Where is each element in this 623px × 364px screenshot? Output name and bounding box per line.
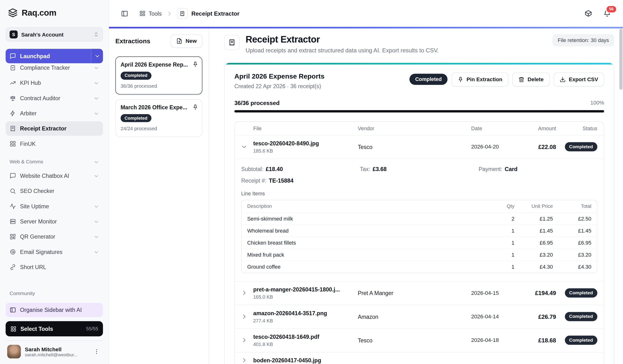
select-tools-button[interactable]: Select Tools 55/55	[5, 321, 103, 336]
pin-extraction-label: Pin Extraction	[467, 76, 502, 82]
package-button[interactable]	[583, 8, 594, 19]
user-menu-button[interactable]	[92, 347, 101, 356]
extraction-item-processed: 24/24 processed	[121, 126, 197, 131]
payment-value: Card	[505, 166, 517, 172]
extraction-item-processed: 36/36 processed	[121, 83, 197, 89]
body-area: Extractions New April 2026 Expense Rep..…	[109, 28, 623, 364]
sidebar-toggle-button[interactable]	[119, 8, 130, 19]
sidebar-item-label: Arbiter	[20, 110, 37, 117]
date-cell: 2026-04-15	[471, 290, 523, 296]
sidebar-item-site-uptime[interactable]: Site Uptime	[5, 199, 103, 213]
extraction-list-item[interactable]: March 2026 Office Expe... Completed 24/2…	[115, 99, 202, 137]
line-item-row: Chicken breast fillets 1 £6.95 £6.95	[242, 236, 597, 248]
pin-icon[interactable]	[192, 104, 198, 110]
amount-cell: £22.08	[523, 144, 556, 150]
item-description: Wholemeal bread	[247, 228, 492, 234]
sidebar-item-short-url[interactable]: Short URL	[5, 260, 103, 274]
breadcrumb-tools[interactable]: Tools	[139, 10, 162, 17]
content-area: Tools Receipt Extractor 56	[109, 0, 623, 364]
item-unit-price: £1.25	[514, 216, 553, 222]
col-description: Description	[247, 204, 492, 209]
amount-cell: £194.49	[523, 290, 556, 296]
table-row[interactable]: amazon-20260414-3517.png 277.4 KB Amazon…	[235, 305, 604, 328]
scrollbar-thumb[interactable]	[619, 29, 623, 90]
status-cell: Completed	[556, 142, 598, 151]
extraction-list-item[interactable]: April 2026 Expense Rep... Completed 36/3…	[115, 56, 202, 94]
file-name: amazon-20260414-3517.png	[253, 310, 358, 316]
status-badge: Completed	[121, 114, 151, 122]
amount-cell: £26.79	[523, 313, 556, 320]
chevron-down-icon	[94, 53, 100, 59]
file-cell: pret-a-manger-20260415-1800.j... 165.0 K…	[253, 286, 358, 300]
date-cell: 2026-04-18	[471, 337, 523, 343]
user-meta: Sarah Mitchell sarah.mitchell@westbur...	[25, 346, 88, 357]
status-cell: Completed	[556, 289, 598, 298]
account-switcher[interactable]: S Sarah's Account	[5, 27, 103, 42]
table-row-expanded[interactable]: tesco-20260420-8490.jpg 185.6 KB Tesco 2…	[235, 135, 604, 158]
sidebar-item-server-monitor[interactable]: Server Monitor	[5, 214, 103, 229]
sidebar-item-arbiter[interactable]: Arbiter	[5, 106, 103, 121]
brand-logo[interactable]: Raq.com	[5, 8, 103, 18]
delete-button[interactable]: Delete	[512, 72, 550, 86]
chevron-down-icon	[94, 249, 99, 255]
sidebar-item-finuk[interactable]: FinUK	[5, 136, 103, 151]
payment: Payment:Card	[479, 166, 597, 172]
sidebar-item-qr-generator[interactable]: QR Generator	[5, 230, 103, 244]
progress-bar	[234, 110, 604, 112]
file-name: pret-a-manger-20260415-1800.j...	[253, 286, 358, 293]
extraction-title: April 2026 Expense Reports	[234, 72, 324, 80]
progress-percent-label: 100%	[590, 100, 604, 106]
status-badge: Completed	[565, 142, 597, 151]
launchpad-expand-button[interactable]	[91, 49, 103, 63]
extraction-actions: Completed Pin Extraction Delete	[410, 72, 604, 86]
table-row[interactable]: tesco-20260418-1649.pdf 401.8 KB Tesco 2…	[235, 328, 604, 352]
status-badge: Completed	[565, 312, 597, 321]
chevron-down-icon	[94, 234, 99, 239]
dots-vertical-icon	[93, 348, 100, 355]
chevron-right-icon[interactable]	[241, 290, 253, 296]
scrollbar-track[interactable]	[619, 29, 623, 364]
section-web-comms[interactable]: Web & Comms	[10, 159, 99, 165]
account-initial-badge: S	[10, 30, 18, 39]
export-csv-button[interactable]: Export CSV	[554, 72, 604, 86]
sidebar-item-kpi-hub[interactable]: KPI Hub	[5, 76, 103, 90]
account-label: Sarah's Account	[21, 31, 90, 38]
new-extraction-button[interactable]: New	[171, 34, 202, 48]
extraction-item-title: April 2026 Expense Rep...	[121, 62, 197, 68]
sidebar-item-receipt-extractor[interactable]: Receipt Extractor	[5, 121, 103, 136]
status-badge: Completed	[565, 289, 597, 298]
chevron-right-icon[interactable]	[241, 337, 253, 343]
chevron-down-icon[interactable]	[241, 144, 253, 150]
sidebar-item-launchpad[interactable]: Launchpad	[5, 49, 103, 63]
item-qty: 1	[492, 264, 514, 270]
item-description: Semi-skimmed milk	[247, 216, 492, 222]
section-label: Web & Comms	[10, 159, 43, 165]
receipt-number-label: Receipt #:	[241, 177, 266, 184]
brand-name: Raq.com	[22, 8, 56, 18]
sidebar-item-contract-auditor[interactable]: Contract Auditor	[5, 91, 103, 105]
zap-icon	[10, 110, 16, 117]
user-email: sarah.mitchell@westbur...	[25, 352, 88, 357]
col-amount: Amount	[523, 125, 556, 131]
sidebar-item-website-chatbox-ai[interactable]: Website Chatbox AI	[5, 169, 103, 183]
new-button-label: New	[186, 38, 197, 44]
extraction-detail-card: April 2026 Expense Reports Created 22 Ap…	[224, 63, 614, 364]
table-row[interactable]: pret-a-manger-20260415-1800.j... 165.0 K…	[235, 281, 604, 304]
pin-extraction-button[interactable]: Pin Extraction	[451, 72, 508, 86]
pin-icon[interactable]	[192, 61, 198, 67]
topbar-actions: 56	[583, 8, 612, 19]
topbar: Tools Receipt Extractor 56	[109, 0, 623, 28]
sidebar-item-label: Short URL	[20, 264, 46, 270]
sidebar-item-seo-checker[interactable]: SEO Checker	[5, 184, 103, 198]
chevron-right-icon[interactable]	[241, 357, 253, 363]
sidebar-spacer	[5, 274, 103, 283]
user-profile[interactable]: Sarah Mitchell sarah.mitchell@westbur...	[5, 341, 103, 361]
organise-sidebar-ai-button[interactable]: Organise Sidebar with AI	[5, 303, 103, 317]
launchpad-main[interactable]: Launchpad	[5, 49, 87, 63]
chevron-right-icon[interactable]	[241, 314, 253, 320]
sidebar-item-email-signatures[interactable]: Email Signatures	[5, 245, 103, 259]
sidebar-item-label: Contract Auditor	[20, 95, 60, 101]
notifications-button[interactable]: 56	[602, 8, 613, 19]
vendor-cell: Amazon	[358, 313, 471, 320]
table-row[interactable]: boden-20260417-0450.jpg	[235, 352, 604, 364]
